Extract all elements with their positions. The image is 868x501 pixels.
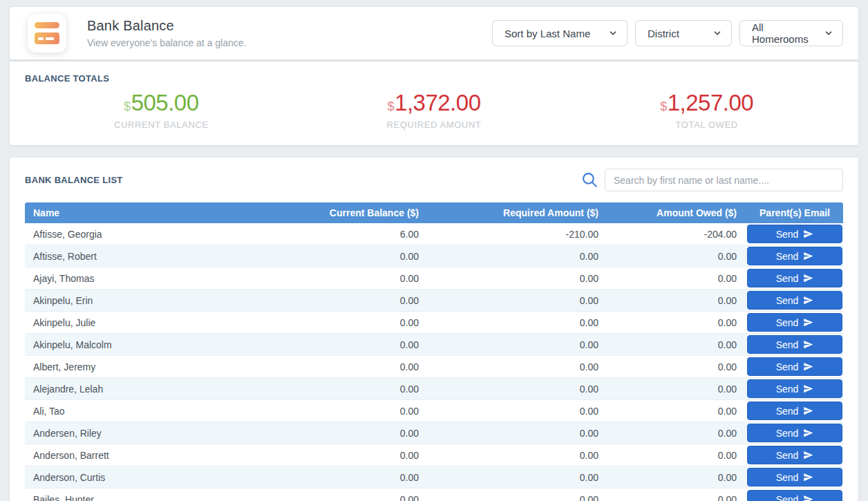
current-balance-value: 0.00 [301,422,428,444]
table-row: Akinpelu, Erin 0.00 0.00 0.00 Send [25,290,843,312]
current-balance-value: 0.00 [301,444,428,466]
total-label: CURRENT BALANCE [25,120,298,130]
chevron-down-icon [608,28,618,38]
student-name: Bailes, Hunter [25,489,301,501]
current-balance-value: 0.00 [301,356,428,378]
required-amount-value: 0.00 [428,489,608,501]
sort-dropdown-value: Sort by Last Name [504,28,600,39]
paper-plane-icon [803,384,813,394]
balance-totals-section: BALANCE TOTALS $505.00 CURRENT BALANCE $… [10,62,858,145]
paper-plane-icon [803,339,813,350]
table-row: Ajayi, Thomas 0.00 0.00 0.00 Send [25,267,843,290]
amount-owed-value: 0.00 [608,334,746,356]
search-icon [581,171,598,189]
column-header-required-amount[interactable]: Required Amount ($) [428,202,608,223]
current-balance-value: 0.00 [301,378,428,400]
amount-owed-value: 0.00 [608,312,746,334]
header-titles: Bank Balance View everyone's balance at … [87,18,246,48]
amount-owed-value: 0.00 [608,267,746,290]
page: Bank Balance View everyone's balance at … [0,0,868,501]
amount-owed-value: 0.00 [608,356,746,378]
required-amount-value: 0.00 [428,267,608,290]
balance-totals-title: BALANCE TOTALS [25,73,843,84]
credit-card-icon [28,14,66,53]
send-email-button[interactable]: Send [747,401,842,420]
table-body: Aftisse, Georgia 6.00 -210.00 -204.00 Se… [25,223,843,501]
column-header-parents-email[interactable]: Parent(s) Email [746,202,843,223]
search-input[interactable] [605,169,843,191]
required-amount-value: -210.00 [428,223,608,245]
page-subtitle: View everyone's balance at a glance. [87,37,246,48]
table-row: Albert, Jeremy 0.00 0.00 0.00 Send [25,356,843,378]
send-button-label: Send [776,384,799,395]
total-label: TOTAL OWED [570,120,843,130]
bank-balance-list-title: BANK BALANCE LIST [25,175,123,185]
send-button-label: Send [776,428,799,439]
current-balance-value: 0.00 [301,400,428,422]
current-balance-value: 0.00 [301,290,428,312]
paper-plane-icon [803,295,813,305]
homerooms-dropdown[interactable]: All Homerooms [739,20,843,46]
send-email-button[interactable]: Send [747,468,842,486]
send-email-button[interactable]: Send [747,313,842,332]
amount-owed-value: 0.00 [608,422,746,444]
table-row: Ali, Tao 0.00 0.00 0.00 Send [25,400,843,422]
district-dropdown[interactable]: District [635,20,732,46]
amount-owed-value: -204.00 [608,223,746,245]
send-email-button[interactable]: Send [747,291,842,310]
current-balance-value: 0.00 [301,245,428,267]
send-button-label: Send [776,229,799,240]
column-header-current-balance[interactable]: Current Balance ($) [301,202,428,223]
chevron-down-icon [824,28,833,38]
column-header-amount-owed[interactable]: Amount Owed ($) [608,202,746,223]
send-email-button[interactable]: Send [747,269,842,287]
send-email-button[interactable]: Send [747,335,842,354]
student-name: Ali, Tao [25,400,301,422]
total-amount-value: 505.00 [131,90,199,115]
send-button-label: Send [776,361,799,372]
student-name: Akinpelu, Julie [25,312,301,334]
table-row: Anderson, Barrett 0.00 0.00 0.00 Send [25,444,843,466]
total-owed: $1,257.00 TOTAL OWED [570,91,843,130]
current-balance-value: 0.00 [301,466,428,489]
required-amount-value: 0.00 [428,422,608,444]
search-area [581,169,843,191]
district-dropdown-value: District [648,28,704,39]
send-email-button[interactable]: Send [747,225,842,243]
table-row: Akinpelu, Malcolm 0.00 0.00 0.00 Send [25,334,843,356]
required-amount-value: 0.00 [428,378,608,400]
send-email-button[interactable]: Send [747,446,842,464]
amount-owed-value: 0.00 [608,245,746,267]
amount-owed-value: 0.00 [608,466,746,489]
current-balance-value: 0.00 [301,312,428,334]
send-button-label: Send [776,339,799,350]
student-name: Alejandre, Lelah [25,378,301,400]
paper-plane-icon [803,406,813,416]
page-header: Bank Balance View everyone's balance at … [10,7,858,59]
send-email-button[interactable]: Send [747,490,842,501]
required-amount-value: 0.00 [428,400,608,422]
student-name: Anderson, Barrett [25,444,301,466]
table-row: Alejandre, Lelah 0.00 0.00 0.00 Send [25,378,843,400]
column-header-name[interactable]: Name [25,202,301,223]
send-email-button[interactable]: Send [747,357,842,376]
required-amount-value: 0.00 [428,245,608,267]
send-email-button[interactable]: Send [747,379,842,398]
credit-card-body [35,32,59,44]
student-name: Akinpelu, Erin [25,290,301,312]
bank-balance-table: Name Current Balance ($) Required Amount… [25,202,843,501]
paper-plane-icon [803,317,813,328]
sort-dropdown[interactable]: Sort by Last Name [492,20,628,46]
table-header-row: Name Current Balance ($) Required Amount… [25,202,843,223]
send-button-label: Send [776,273,799,284]
send-email-button[interactable]: Send [747,424,842,442]
send-email-button[interactable]: Send [747,247,842,265]
currency-symbol: $ [388,100,395,113]
currency-symbol: $ [124,100,131,113]
currency-symbol: $ [660,100,667,113]
table-row: Anderson, Curtis 0.00 0.00 0.00 Send [25,466,843,489]
student-name: Aftisse, Georgia [25,223,301,245]
filter-bar: Sort by Last Name District All Homerooms [492,20,843,46]
paper-plane-icon [803,251,813,261]
paper-plane-icon [803,361,813,372]
